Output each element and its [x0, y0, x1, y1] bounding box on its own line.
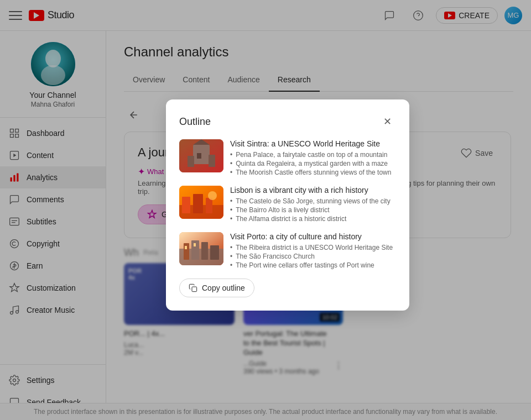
porto-title: Visit Porto: a city of culture and histo…: [230, 232, 396, 241]
outline-item-porto: Visit Porto: a city of culture and histo…: [179, 232, 396, 270]
sintra-bullet-2: Quinta da Regaleira, a mystical garden w…: [230, 159, 396, 168]
svg-rect-30: [193, 194, 203, 213]
svg-rect-26: [209, 155, 215, 167]
lisbon-bullets: The Castelo de São Jorge, stunning views…: [230, 197, 396, 223]
svg-rect-37: [201, 242, 208, 260]
outline-item-lisbon: Lisbon is a vibrant city with a rich his…: [179, 186, 396, 223]
svg-rect-39: [185, 246, 187, 249]
sintra-bullet-1: Pena Palace, a fairytale castle on top o…: [230, 150, 396, 159]
copy-outline-button[interactable]: Copy outline: [179, 279, 254, 297]
svg-point-32: [208, 191, 217, 200]
porto-bullet-1: The Ribeira district is a UNESCO World H…: [230, 243, 396, 252]
modal-header: Outline ✕: [179, 113, 396, 130]
lisbon-title: Lisbon is a vibrant city with a rich his…: [230, 186, 396, 195]
porto-bullet-2: The São Francisco Church: [230, 252, 396, 261]
svg-rect-31: [206, 198, 212, 213]
modal-close-button[interactable]: ✕: [378, 113, 396, 130]
sintra-bullets: Pena Palace, a fairytale castle on top o…: [230, 150, 396, 177]
svg-rect-40: [194, 243, 196, 246]
porto-bullet-3: The Port wine cellars offer tastings of …: [230, 261, 396, 270]
outline-modal: Outline ✕ Visit Sintra: a UNESCO World H…: [166, 99, 409, 311]
lisbon-content: Lisbon is a vibrant city with a rich his…: [230, 186, 396, 223]
porto-thumbnail: [179, 232, 223, 265]
modal-title: Outline: [179, 116, 211, 128]
porto-bullets: The Ribeira district is a UNESCO World H…: [230, 243, 396, 270]
outline-overlay: Outline ✕ Visit Sintra: a UNESCO World H…: [0, 0, 531, 420]
sintra-thumbnail: [179, 139, 223, 172]
svg-rect-24: [197, 153, 201, 159]
sintra-content: Visit Sintra: a UNESCO World Heritage Si…: [230, 139, 396, 177]
svg-rect-41: [192, 287, 197, 292]
copy-outline-label: Copy outline: [202, 284, 245, 292]
lisbon-bullet-2: The Bairro Alto is a lively district: [230, 206, 396, 214]
lisbon-thumbnail: [179, 186, 223, 219]
svg-rect-35: [184, 243, 189, 260]
lisbon-bullet-1: The Castelo de São Jorge, stunning views…: [230, 197, 396, 206]
lisbon-bullet-3: The Alfama district is a historic distri…: [230, 214, 396, 223]
sintra-bullet-3: The Moorish Castle offers stunning views…: [230, 168, 396, 177]
sintra-title: Visit Sintra: a UNESCO World Heritage Si…: [230, 139, 396, 148]
svg-rect-38: [210, 245, 219, 260]
svg-rect-29: [182, 197, 190, 213]
outline-item-sintra: Visit Sintra: a UNESCO World Heritage Si…: [179, 139, 396, 177]
svg-rect-25: [188, 156, 194, 167]
porto-content: Visit Porto: a city of culture and histo…: [230, 232, 396, 270]
